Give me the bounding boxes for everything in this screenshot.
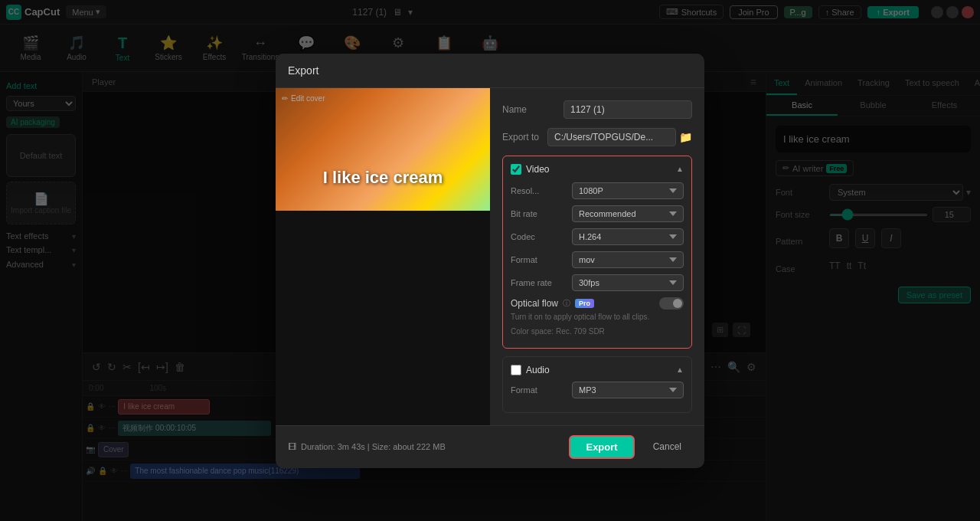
modal-preview: ✏ Edit cover I like ice cream [276, 88, 490, 425]
export-button[interactable]: Export [569, 435, 634, 459]
audio-section: Audio ▲ Format AAC MP3 WAV [502, 356, 692, 413]
format-select[interactable]: mp4 mov avi [572, 251, 684, 268]
footer-duration: Duration: 3m 43s | Size: about 222 MB [301, 442, 446, 451]
modal-name-input[interactable] [564, 100, 692, 119]
bitrate-label: Bit rate [511, 209, 572, 218]
modal-export-to-label: Export to [502, 132, 547, 143]
edit-cover-label[interactable]: ✏ Edit cover [282, 94, 325, 103]
modal-overlay: Export ✏ Edit cover I like ice cream Nam… [0, 0, 980, 521]
format-label: Format [511, 255, 572, 264]
cancel-button[interactable]: Cancel [642, 437, 692, 457]
optical-flow-header: Optical flow ⓘ Pro [511, 297, 684, 310]
folder-button[interactable]: 📁 [679, 131, 692, 143]
format-row: Format mp4 mov avi [511, 251, 684, 268]
audio-section-label: Audio [526, 365, 550, 375]
modal-export-to-input[interactable] [547, 128, 676, 146]
framerate-select[interactable]: 24fps 25fps 30fps 60fps [572, 274, 684, 291]
audio-enabled-checkbox[interactable] [511, 365, 521, 375]
video-section-chevron: ▲ [676, 165, 684, 173]
modal-header: Export [276, 54, 704, 88]
bitrate-select[interactable]: Low Medium Recommended High [572, 205, 684, 222]
optical-flow-toggle[interactable] [659, 297, 684, 310]
export-modal: Export ✏ Edit cover I like ice cream Nam… [276, 54, 704, 468]
audio-section-header: Audio ▲ [511, 365, 684, 375]
audio-format-label: Format [511, 385, 572, 395]
modal-export-to-row: Export to 📁 [502, 128, 692, 146]
modal-name-label: Name [502, 104, 564, 115]
resolution-select[interactable]: 720P 1080P 2K 4K [572, 182, 684, 199]
audio-format-row: Format AAC MP3 WAV [511, 382, 684, 398]
codec-row: Codec H.264 H.265 HEVC [511, 228, 684, 245]
bitrate-row: Bit rate Low Medium Recommended High [511, 205, 684, 222]
modal-preview-image: ✏ Edit cover I like ice cream [276, 88, 490, 211]
modal-body: ✏ Edit cover I like ice cream Name Expor… [276, 88, 704, 425]
framerate-label: Frame rate [511, 278, 572, 287]
codec-label: Codec [511, 232, 572, 241]
toggle-knob [673, 299, 682, 308]
framerate-row: Frame rate 24fps 25fps 30fps 60fps [511, 274, 684, 291]
audio-format-select[interactable]: AAC MP3 WAV [572, 382, 684, 398]
video-section-label: Video [526, 164, 549, 175]
pro-badge: Pro [575, 299, 594, 308]
modal-right: Name Export to 📁 Video ▲ Reso [490, 88, 704, 425]
color-space-text: Color space: Rec. 709 SDR [511, 327, 684, 336]
edit-icon: ✏ [282, 94, 288, 103]
resolution-label: Resol... [511, 186, 572, 195]
resolution-row: Resol... 720P 1080P 2K 4K [511, 182, 684, 199]
optical-flow-label: Optical flow [511, 298, 558, 309]
footer-info: 🎞 Duration: 3m 43s | Size: about 222 MB [288, 442, 561, 451]
film-icon: 🎞 [288, 442, 296, 451]
modal-footer: 🎞 Duration: 3m 43s | Size: about 222 MB … [276, 425, 704, 468]
optical-flow-row: Optical flow ⓘ Pro Turn it on to apply o… [511, 297, 684, 321]
optical-flow-desc: Turn it on to apply optical flow to all … [511, 313, 649, 321]
video-enabled-checkbox[interactable] [511, 164, 521, 175]
video-section-header: Video ▲ [511, 164, 684, 175]
video-section: Video ▲ Resol... 720P 1080P 2K 4K Bit [502, 156, 692, 349]
info-icon: ⓘ [563, 298, 570, 309]
modal-name-row: Name [502, 100, 692, 119]
audio-section-chevron: ▲ [676, 365, 684, 374]
modal-preview-text: I like ice cream [276, 168, 490, 188]
codec-select[interactable]: H.264 H.265 HEVC [572, 228, 684, 245]
